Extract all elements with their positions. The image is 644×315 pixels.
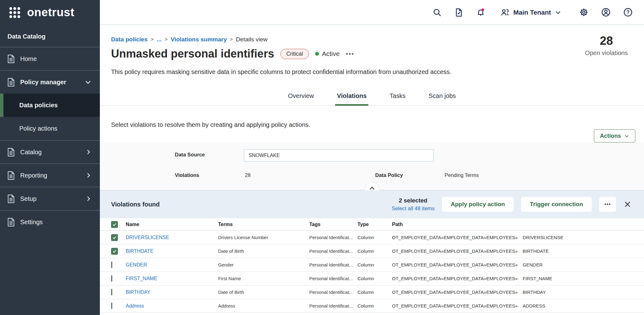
type-cell: Column bbox=[357, 248, 392, 254]
selection-more-button[interactable]: ••• bbox=[599, 197, 616, 212]
table-row: BIRTHDAY Date of Birth Personal Identifi… bbox=[100, 285, 644, 299]
tags-cell: Personal Identificat... bbox=[309, 303, 357, 308]
violations-label: Violations bbox=[175, 172, 199, 178]
type-cell: Column bbox=[357, 235, 392, 240]
sidebar-item-label: Reporting bbox=[20, 172, 47, 179]
column-header-path[interactable]: Path bbox=[392, 222, 644, 227]
tags-cell: Personal Identificat... bbox=[309, 290, 357, 295]
select-all-link[interactable]: Select all 48 items bbox=[392, 206, 435, 212]
data-source-input[interactable] bbox=[244, 149, 434, 162]
apply-policy-action-button[interactable]: Apply policy action bbox=[442, 197, 514, 212]
sidebar-item-settings[interactable]: Settings bbox=[0, 210, 100, 234]
chevron-right-icon bbox=[85, 172, 92, 179]
column-header-name[interactable]: Name bbox=[126, 222, 218, 227]
column-header-terms[interactable]: Terms bbox=[218, 222, 309, 227]
svg-text:?: ? bbox=[627, 9, 630, 15]
help-icon[interactable]: ? bbox=[623, 7, 633, 17]
path-cell: OT_EMPLOYEE_DATA»EMPLOYEE_DATA»EMPLOYEES… bbox=[392, 290, 644, 295]
sidebar-item-home[interactable]: Home bbox=[0, 47, 100, 70]
tab-scan-jobs[interactable]: Scan jobs bbox=[427, 86, 458, 106]
violation-name-link[interactable]: GENDER bbox=[126, 262, 218, 268]
type-cell: Column bbox=[357, 303, 392, 309]
app-launcher-icon bbox=[9, 7, 20, 18]
sidebar-item-policy-manager[interactable]: Policy manager bbox=[0, 70, 100, 94]
table-row: Address Address Personal Identificat... … bbox=[100, 299, 644, 313]
policy-description: This policy requires masking sensitive d… bbox=[111, 68, 451, 76]
sidebar-item-policy-actions[interactable]: Policy actions bbox=[0, 117, 100, 140]
search-icon[interactable] bbox=[432, 8, 442, 17]
violation-name-link[interactable]: BIRTHDAY bbox=[126, 290, 218, 295]
path-cell: OT_EMPLOYEE_DATA»EMPLOYEE_DATA»EMPLOYEES… bbox=[392, 235, 644, 240]
sidebar-item-label: Setup bbox=[20, 195, 36, 202]
select-all-checkbox[interactable] bbox=[111, 221, 118, 228]
account-icon[interactable] bbox=[601, 7, 611, 17]
violation-name-link[interactable]: BIRTHDATE bbox=[126, 248, 218, 254]
column-header-type[interactable]: Type bbox=[357, 222, 392, 227]
path-cell: OT_EMPLOYEE_DATA»EMPLOYEE_DATA»EMPLOYEES… bbox=[392, 262, 644, 267]
sidebar-item-data-policies[interactable]: Data policies bbox=[0, 94, 100, 117]
row-checkbox[interactable] bbox=[111, 275, 112, 282]
sidebar-item-label: Settings bbox=[20, 219, 43, 226]
open-violations-stat: 28 Open violations bbox=[585, 34, 628, 57]
tags-cell: Personal Identificat... bbox=[309, 248, 357, 254]
document-icon bbox=[7, 195, 15, 203]
sidebar-app-label: Data Catalog bbox=[0, 25, 100, 47]
document-icon bbox=[7, 148, 15, 156]
close-selection-button[interactable] bbox=[623, 200, 632, 208]
tags-cell: Personal Identificat... bbox=[309, 262, 357, 267]
document-check-icon[interactable] bbox=[454, 8, 464, 17]
violation-name-link[interactable]: Address bbox=[126, 303, 218, 309]
breadcrumb-current: Details view bbox=[236, 36, 267, 43]
check-icon bbox=[112, 235, 117, 240]
check-icon bbox=[112, 249, 117, 254]
notifications-bell-icon[interactable] bbox=[476, 8, 485, 17]
breadcrumb-data-policies[interactable]: Data policies bbox=[111, 36, 147, 43]
violation-name-link[interactable]: DRIVERSLICENSE bbox=[126, 235, 218, 240]
table-row: BIRTHDATE Date of Birth Personal Identif… bbox=[100, 244, 644, 258]
actions-button-label: Actions bbox=[600, 132, 621, 139]
table-row: GENDER Gender Personal Identificat... Co… bbox=[100, 258, 644, 272]
tab-tasks[interactable]: Tasks bbox=[388, 86, 407, 106]
path-cell: OT_EMPLOYEE_DATA»EMPLOYEE_DATA»EMPLOYEES… bbox=[392, 276, 644, 281]
tags-cell: Personal Identificat... bbox=[309, 276, 357, 281]
chevron-down-icon bbox=[624, 133, 629, 139]
content: Data policies > ... > Violations summary… bbox=[100, 25, 644, 315]
tenant-label: Main Tenant bbox=[513, 9, 551, 16]
trigger-connection-button[interactable]: Trigger connection bbox=[521, 197, 592, 212]
chevron-right-icon bbox=[85, 149, 92, 155]
gear-icon[interactable] bbox=[579, 7, 589, 17]
onetrust-logo[interactable]: onetrust bbox=[0, 0, 100, 25]
row-checkbox[interactable] bbox=[111, 303, 112, 309]
breadcrumb-violations-summary[interactable]: Violations summary bbox=[171, 36, 227, 43]
selection-toolbar: Violations found 2 selected Select all 4… bbox=[100, 190, 644, 218]
breadcrumb-separator: > bbox=[165, 37, 167, 42]
people-icon bbox=[500, 8, 510, 17]
violations-value: 28 bbox=[245, 172, 250, 178]
sidebar-item-label: Policy manager bbox=[20, 79, 66, 86]
tenant-switcher[interactable]: Main Tenant bbox=[500, 8, 562, 17]
row-checkbox[interactable] bbox=[111, 262, 112, 268]
tab-overview[interactable]: Overview bbox=[286, 86, 316, 106]
sidebar-item-setup[interactable]: Setup bbox=[0, 187, 100, 210]
active-status-dot bbox=[315, 52, 319, 56]
chevron-right-icon bbox=[85, 195, 92, 202]
breadcrumb-ellipsis[interactable]: ... bbox=[157, 36, 162, 43]
table-header: Name Terms Tags Type Path bbox=[100, 218, 644, 231]
violation-name-link[interactable]: FIRST_NAME bbox=[126, 276, 218, 281]
data-policy-label: Data Policy bbox=[375, 172, 403, 178]
open-violations-count: 28 bbox=[585, 34, 628, 48]
tab-violations[interactable]: Violations bbox=[335, 86, 368, 106]
type-cell: Column bbox=[357, 276, 392, 281]
row-checkbox[interactable] bbox=[111, 234, 118, 241]
row-checkbox[interactable] bbox=[111, 289, 112, 295]
terms-cell: Date of Birth bbox=[218, 248, 309, 254]
terms-cell: Address bbox=[218, 303, 309, 308]
sidebar-item-reporting[interactable]: Reporting bbox=[0, 164, 100, 187]
column-header-tags[interactable]: Tags bbox=[309, 222, 357, 227]
document-icon bbox=[7, 55, 15, 63]
type-cell: Column bbox=[357, 290, 392, 295]
title-more-menu[interactable]: ••• bbox=[346, 50, 354, 58]
row-checkbox[interactable] bbox=[111, 248, 118, 255]
sidebar-item-catalog[interactable]: Catalog bbox=[0, 140, 100, 164]
actions-button[interactable]: Actions bbox=[594, 129, 635, 142]
